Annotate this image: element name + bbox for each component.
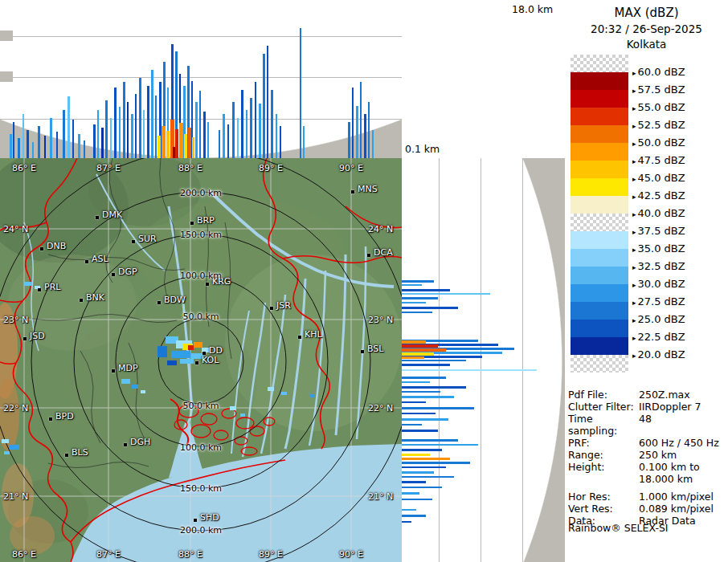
tick-marker-icon: ▸ — [632, 210, 636, 218]
echo-row — [402, 418, 448, 421]
echo-row — [402, 344, 438, 348]
city-label: KOL — [202, 356, 219, 365]
echo-column — [352, 88, 354, 158]
city-dot-icon — [38, 288, 41, 291]
latitude-label: 21° N — [368, 491, 393, 502]
city-label: JSD — [30, 332, 45, 341]
echo-column — [22, 114, 24, 158]
echo-row — [402, 407, 474, 409]
echo-row — [402, 386, 466, 389]
city-label: BRP — [197, 216, 215, 226]
city-dot-icon — [96, 216, 99, 219]
city-dot-icon — [49, 417, 52, 421]
metadata-label: Clutter Filter: — [568, 401, 639, 413]
city-dot-icon — [190, 222, 194, 225]
city-label: DNB — [47, 242, 66, 251]
echo-column — [356, 106, 358, 158]
metadata-value: 0.089 km/pixel — [639, 503, 727, 515]
longitude-label: 87° E — [96, 163, 121, 173]
latitude-label: 24° N — [368, 224, 393, 234]
echo-row — [402, 515, 426, 517]
metadata-row: PRF:600 Hz / 450 Hz — [568, 437, 727, 449]
tick-marker-icon: ▸ — [632, 228, 636, 236]
tick-marker-icon: ▸ — [632, 334, 636, 342]
echo-column — [50, 118, 52, 158]
echo-column — [155, 96, 157, 158]
echo-column — [300, 28, 301, 158]
echo-row — [402, 471, 434, 474]
city-dot-icon — [367, 254, 370, 257]
metadata-value: IIRDoppler 7 — [639, 401, 727, 413]
legend-tick-label: ▸22.5 dBZ — [632, 331, 685, 344]
echo-row — [402, 381, 430, 383]
echo-column — [162, 126, 166, 158]
echo-column — [123, 82, 125, 158]
tick-marker-icon: ▸ — [632, 157, 636, 165]
echo-column — [188, 128, 191, 158]
echo-row — [402, 476, 454, 478]
echo-column — [241, 90, 243, 158]
metadata-value: 600 Hz / 450 Hz — [639, 437, 727, 449]
echo-row — [402, 297, 438, 299]
echo-row — [402, 430, 438, 432]
echo-row — [402, 293, 490, 295]
legend-tick-label: ▸57.5 dBZ — [632, 83, 685, 97]
metadata-value: 48 — [639, 413, 727, 437]
latitude-label: 22° N — [3, 403, 28, 413]
echo-column — [364, 114, 366, 158]
echo-row — [402, 521, 411, 523]
longitude-label: 88° E — [178, 549, 202, 560]
echo-column — [250, 98, 252, 158]
legend-tick-label: ▸52.5 dBZ — [632, 119, 685, 132]
echo-column — [173, 147, 175, 158]
longitude-label: 87° E — [96, 549, 121, 560]
metadata-label — [568, 473, 639, 485]
echo-column — [263, 54, 265, 158]
metadata-label: Hor Res: — [568, 491, 639, 503]
echo-column — [18, 138, 20, 158]
echo-column — [105, 100, 108, 158]
metadata-label: Vert Res: — [568, 503, 639, 515]
range-ring-label: 150.0 km — [180, 230, 222, 240]
tick-marker-icon: ▸ — [632, 69, 636, 77]
tick-marker-icon: ▸ — [632, 175, 636, 183]
echo-row — [402, 509, 416, 511]
echo-row — [402, 492, 419, 495]
metadata-value: 1.000 km/pixel — [639, 491, 727, 503]
echo-row — [402, 481, 426, 483]
city-dot-icon — [132, 240, 135, 243]
city-dot-icon — [157, 301, 161, 304]
echo-row — [402, 280, 434, 283]
ns-profile-echoes — [402, 158, 565, 562]
legend-tick-label: ▸25.0 dBZ — [632, 313, 685, 327]
echo-column — [303, 126, 305, 158]
product-metadata: Pdf File:250Z.maxClutter Filter:IIRDoppl… — [568, 389, 727, 527]
echo-column — [131, 114, 133, 158]
metadata-row: Clutter Filter:IIRDoppler 7 — [568, 401, 727, 413]
echo-row — [402, 340, 426, 344]
echo-column — [276, 114, 277, 158]
latitude-label: 23° N — [3, 315, 28, 325]
tick-marker-icon: ▸ — [632, 352, 636, 360]
tick-marker-icon: ▸ — [632, 87, 636, 95]
legend-tick-label: ▸40.0 dBZ — [632, 207, 685, 221]
ew-profile-echoes — [0, 0, 402, 158]
echo-row — [402, 401, 426, 403]
tick-marker-icon: ▸ — [632, 299, 636, 307]
city-dot-icon — [112, 273, 115, 276]
city-dot-icon — [65, 454, 68, 457]
echo-column — [368, 102, 370, 158]
city-label: PRL — [44, 283, 60, 292]
echo-column — [44, 136, 46, 158]
tick-marker-icon: ▸ — [632, 140, 636, 148]
metadata-row: Time sampling:48 — [568, 413, 727, 437]
range-ring-label: 200.0 km — [180, 188, 222, 198]
longitude-label: 89° E — [259, 163, 283, 173]
city-label: MDP — [118, 364, 138, 373]
echo-row — [402, 444, 478, 446]
city-dot-icon — [195, 361, 198, 364]
tick-marker-icon: ▸ — [632, 246, 636, 254]
echo-row — [402, 424, 422, 426]
echo-column — [237, 118, 239, 158]
echo-column — [135, 94, 137, 158]
